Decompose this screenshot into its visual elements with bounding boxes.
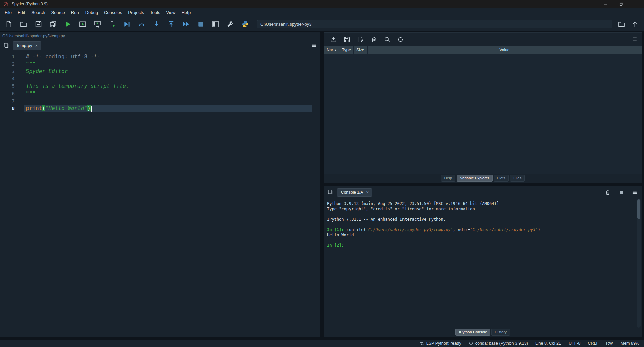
- lsp-status-label: LSP Python: ready: [426, 341, 461, 346]
- close-button[interactable]: [629, 0, 644, 8]
- cursor-position-status: Line 8, Col 21: [535, 341, 561, 346]
- statusbar-items: LSP Python: readyconda: base (Python 3.9…: [420, 341, 644, 346]
- remove-all-variables-button[interactable]: [603, 188, 612, 196]
- code-token: Spyder Editor: [26, 68, 68, 74]
- editor-line-6[interactable]: 6""": [0, 90, 320, 97]
- refresh-variables-button[interactable]: [395, 34, 406, 44]
- continue-execution-button[interactable]: [179, 19, 192, 30]
- pages-icon: [328, 189, 333, 195]
- python-icon: [241, 21, 249, 28]
- column-header-value[interactable]: Value: [368, 46, 642, 54]
- run-cell-advance-button[interactable]: [91, 19, 104, 30]
- run-file-button[interactable]: [61, 19, 74, 30]
- console-tab[interactable]: Console 1/A ×: [337, 188, 372, 197]
- menu-debug[interactable]: Debug: [82, 10, 101, 15]
- code-token: """: [26, 90, 36, 97]
- console-scrollbar[interactable]: [637, 199, 641, 328]
- column-header-type[interactable]: Type: [339, 46, 354, 54]
- pane-tab-files[interactable]: Files: [510, 175, 525, 182]
- menu-file[interactable]: File: [2, 10, 15, 15]
- code-text-3: Spyder Editor: [24, 68, 312, 75]
- spyder-logo-icon: [3, 2, 8, 7]
- console-token: In [1]:: [327, 227, 346, 232]
- remove-variable-button[interactable]: [368, 34, 379, 44]
- editor-line-2[interactable]: 2""": [0, 60, 320, 68]
- pane-tab-plots[interactable]: Plots: [494, 175, 509, 182]
- run-selection-icon: [109, 21, 116, 28]
- line-number-1: 1: [0, 53, 24, 60]
- menu-search[interactable]: Search: [28, 10, 48, 15]
- import-data-button[interactable]: [328, 34, 339, 44]
- run-cell-button[interactable]: [76, 19, 89, 30]
- console-scrollbar-thumb[interactable]: [637, 199, 640, 219]
- menu-projects[interactable]: Projects: [125, 10, 147, 15]
- menu-view[interactable]: View: [163, 10, 178, 15]
- variable-table-body[interactable]: [324, 54, 642, 174]
- menu-help[interactable]: Help: [178, 10, 194, 15]
- window-title: Spyder (Python 3.9): [12, 2, 48, 6]
- browse-tabs-button[interactable]: [2, 41, 11, 49]
- menu-run[interactable]: Run: [68, 10, 82, 15]
- column-header-name[interactable]: Nar▲: [324, 46, 339, 54]
- run-icon: [64, 21, 71, 28]
- restore-button[interactable]: [613, 0, 629, 8]
- run-selection-button[interactable]: [106, 19, 118, 30]
- menu-source[interactable]: Source: [48, 10, 68, 15]
- python-path-manager-button[interactable]: [238, 19, 251, 30]
- interrupt-kernel-button[interactable]: [617, 188, 626, 196]
- working-directory-input[interactable]: [257, 20, 612, 28]
- maximize-pane-button[interactable]: [209, 19, 222, 30]
- variable-table-header: Nar▲TypeSizeValue: [324, 46, 642, 54]
- menu-consoles[interactable]: Consoles: [101, 10, 125, 15]
- console-line-9: In [2]:: [327, 243, 635, 248]
- editor-line-7[interactable]: 7: [0, 97, 320, 105]
- step-into-icon: [153, 21, 160, 28]
- console-options-menu-button[interactable]: [630, 188, 639, 196]
- pane-tab-ipython-console[interactable]: IPython Console: [455, 329, 490, 336]
- code-token: ): [87, 105, 91, 111]
- editor-line-5[interactable]: 5This is a temporary script file.: [0, 82, 320, 90]
- column-header-size[interactable]: Size: [354, 46, 368, 54]
- editor-line-3[interactable]: 3Spyder Editor: [0, 68, 320, 75]
- save-all-button[interactable]: [47, 19, 59, 30]
- win-close-icon: [634, 2, 639, 6]
- debug-file-button[interactable]: [120, 19, 133, 30]
- console-token: runfile(: [346, 227, 366, 232]
- pane-tab-history[interactable]: History: [491, 329, 510, 336]
- menu-tools[interactable]: Tools: [147, 10, 163, 15]
- code-text-1: # -*- coding: utf-8 -*-: [24, 53, 312, 60]
- pane-tab-variable-explorer[interactable]: Variable Explorer: [457, 175, 492, 182]
- editor-options-menu-button[interactable]: [310, 41, 318, 49]
- save-file-button[interactable]: [32, 19, 45, 30]
- run-current-line-button[interactable]: [135, 19, 148, 30]
- step-into-button[interactable]: [150, 19, 163, 30]
- close-tab-icon[interactable]: ×: [35, 44, 38, 47]
- editor-tab-temp-py[interactable]: temp.py ×: [13, 41, 41, 50]
- console-token: IPython 7.31.1 -- An enhanced Interactiv…: [327, 217, 446, 222]
- close-console-tab-icon[interactable]: ×: [366, 191, 369, 194]
- console-output[interactable]: Python 3.9.13 (main, Aug 25 2022, 23:51:…: [324, 198, 642, 328]
- step-return-button[interactable]: [165, 19, 177, 30]
- editor-line-4[interactable]: 4: [0, 75, 320, 82]
- minimize-button[interactable]: [598, 0, 613, 8]
- menu-edit[interactable]: Edit: [15, 10, 28, 15]
- search-variable-button[interactable]: [381, 34, 393, 44]
- console-line-8: [327, 238, 635, 243]
- pane-tab-help[interactable]: Help: [441, 175, 456, 182]
- variable-explorer-options-button[interactable]: [630, 35, 639, 43]
- editor-line-8[interactable]: 8print("Hello World"): [0, 105, 320, 112]
- run-cell-icon: [79, 21, 86, 28]
- save-data-as-button[interactable]: [355, 34, 366, 44]
- save-data-button[interactable]: [341, 34, 353, 44]
- open-file-button[interactable]: [17, 19, 30, 30]
- stop-debugging-button[interactable]: [194, 19, 207, 30]
- browse-console-tabs-button[interactable]: [326, 188, 335, 196]
- column-header-label: Value: [500, 48, 510, 52]
- editor-line-1[interactable]: 1# -*- coding: utf-8 -*-: [0, 53, 320, 60]
- parent-directory-button[interactable]: [629, 19, 640, 30]
- new-file-button[interactable]: [2, 19, 15, 30]
- browse-working-directory-button[interactable]: [615, 19, 627, 30]
- preferences-button[interactable]: [224, 19, 236, 30]
- window-controls: [598, 0, 644, 8]
- editor-code-area[interactable]: 1# -*- coding: utf-8 -*-2"""3Spyder Edit…: [0, 50, 320, 337]
